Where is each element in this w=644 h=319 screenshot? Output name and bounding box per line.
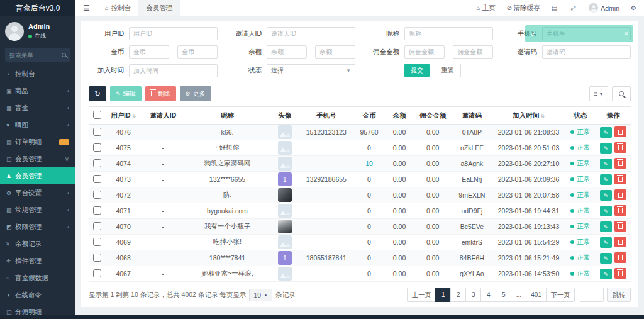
row-checkbox[interactable] <box>93 254 101 262</box>
row-edit-button[interactable]: ✎ <box>600 127 612 138</box>
row-delete-button[interactable] <box>614 221 626 232</box>
col-user-id[interactable]: 用户ID⇅ <box>105 107 142 125</box>
photos-icon: ♥ <box>6 122 15 128</box>
page-button-401[interactable]: 401 <box>526 288 546 302</box>
page-button-1[interactable]: 1 <box>435 288 450 302</box>
inviter-id-input[interactable] <box>267 27 355 40</box>
row-edit-button[interactable]: ✎ <box>600 206 612 216</box>
columns-icon: ≡ <box>594 91 598 98</box>
clear-cache-link[interactable]: ⊘清除缓存 <box>501 0 545 16</box>
page-button-5[interactable]: 5 <box>496 288 511 302</box>
hamburger-icon[interactable]: ☰ <box>75 4 97 13</box>
refresh-button[interactable]: ↻ <box>89 86 106 101</box>
search-toggle-button[interactable] <box>612 86 631 101</box>
select-all-checkbox[interactable] <box>93 111 101 119</box>
edit-button[interactable]: ✎编辑 <box>110 86 142 101</box>
sidebar-item-permissions[interactable]: ◩权限管理‹ <box>0 218 75 235</box>
sidebar-item-members-parent[interactable]: ◫会员管理∨ <box>0 150 75 167</box>
row-checkbox[interactable] <box>93 269 101 277</box>
row-delete-button[interactable] <box>614 189 626 200</box>
jump-page-input[interactable] <box>580 288 604 302</box>
sidebar-item-balance-log[interactable]: ¥余额记录 <box>0 235 75 252</box>
sidebar-item-blindbox[interactable]: ▦盲盒‹ <box>0 99 75 116</box>
fullscreen-button[interactable]: ⤢ <box>565 0 583 16</box>
row-checkbox[interactable] <box>93 191 101 199</box>
invite-code-input[interactable] <box>542 45 631 59</box>
prev-page-button[interactable]: 上一页 <box>407 288 435 302</box>
user-id-input[interactable] <box>129 27 218 40</box>
row-delete-button[interactable] <box>614 174 626 184</box>
sidebar-search[interactable] <box>5 48 70 62</box>
sidebar-item-orders[interactable]: ▤订单明细 <box>0 133 75 150</box>
page-button-2[interactable]: 2 <box>450 288 465 302</box>
nickname-input[interactable] <box>404 27 493 40</box>
row-checkbox[interactable] <box>93 206 101 215</box>
close-icon[interactable]: ✕ <box>624 30 629 37</box>
sidebar-search-input[interactable] <box>9 52 62 59</box>
balance-min-input[interactable] <box>267 45 307 59</box>
row-delete-button[interactable] <box>614 126 626 137</box>
members-icon: ◫ <box>6 156 15 162</box>
sidebar-item-fake-data[interactable]: ○盲盒假数据 <box>0 269 75 286</box>
docs-button[interactable]: ▤ <box>546 0 565 16</box>
sidebar-item-platform-settings[interactable]: ⚙平台设置‹ <box>0 184 75 201</box>
row-edit-button[interactable]: ✎ <box>600 253 612 264</box>
row-checkbox[interactable] <box>93 222 101 230</box>
home-link[interactable]: ⌂主页 <box>470 0 501 16</box>
columns-dropdown-button[interactable]: ≡▼ <box>589 86 608 101</box>
gold-max-input[interactable] <box>177 45 218 59</box>
tab-dashboard[interactable]: ⌂控制台 <box>97 0 139 16</box>
jump-button[interactable]: 跳转 <box>607 288 631 302</box>
submit-button[interactable]: 提交 <box>404 64 430 77</box>
gold-min-input[interactable] <box>129 45 169 59</box>
page-button-4[interactable]: 4 <box>480 288 496 302</box>
row-checkbox[interactable] <box>93 175 101 183</box>
trash-icon <box>618 177 623 182</box>
sidebar-item-photos[interactable]: ♥晒图‹ <box>0 116 75 133</box>
more-button[interactable]: ⚙更多 <box>180 86 211 101</box>
reset-button[interactable]: 重置 <box>435 64 461 77</box>
dashboard-icon: ◔ <box>6 71 15 77</box>
commission-min-input[interactable] <box>404 45 445 59</box>
sidebar-item-members[interactable]: ♟会员管理 <box>0 167 75 184</box>
row-delete-button[interactable] <box>614 237 626 247</box>
tab-members[interactable]: 会员管理 <box>138 0 180 16</box>
sidebar-item-online-commands[interactable]: ◑在线命令 <box>0 286 75 303</box>
row-delete-button[interactable] <box>614 205 626 216</box>
row-edit-button[interactable]: ✎ <box>600 237 612 248</box>
row-checkbox[interactable] <box>93 159 101 167</box>
status-select[interactable]: 选择▼ <box>267 64 355 77</box>
table-row: 4067-她和亚索~一样浪, 00.000.00qXYLAo2023-01-06… <box>89 266 631 282</box>
chevron-down-icon: ▼ <box>599 92 603 96</box>
row-delete-button[interactable] <box>614 252 626 263</box>
pencil-icon: ✎ <box>604 240 609 246</box>
next-page-button[interactable]: 下一页 <box>546 288 575 302</box>
row-delete-button[interactable] <box>614 142 626 153</box>
sidebar-item-plugins[interactable]: ✈插件管理 <box>0 252 75 269</box>
row-edit-button[interactable]: ✎ <box>600 159 612 169</box>
row-edit-button[interactable]: ✎ <box>600 174 612 185</box>
row-checkbox[interactable] <box>93 238 101 246</box>
row-delete-button[interactable] <box>614 158 626 169</box>
page-button-3[interactable]: 3 <box>465 288 480 302</box>
user-menu[interactable]: Admin <box>583 0 625 16</box>
row-edit-button[interactable]: ✎ <box>600 190 612 201</box>
balance-max-input[interactable] <box>315 45 355 59</box>
col-join-time[interactable]: 加入时间⇅ <box>492 107 565 125</box>
row-checkbox[interactable] <box>93 143 101 152</box>
sidebar-item-dashboard[interactable]: ◔控制台 <box>0 65 75 82</box>
pager: 上一页 1 2 3 4 5 ... 401 下一页 跳转 <box>407 288 631 302</box>
delete-button[interactable]: 删除 <box>145 86 176 101</box>
sidebar-item-products[interactable]: ▣商品‹ <box>0 82 75 99</box>
row-edit-button[interactable]: ✎ <box>600 221 612 232</box>
row-checkbox[interactable] <box>93 128 101 136</box>
row-edit-button[interactable]: ✎ <box>600 269 612 279</box>
settings-button[interactable]: ⚙ <box>625 0 644 16</box>
join-time-input[interactable] <box>129 64 218 77</box>
commission-max-input[interactable] <box>453 45 493 59</box>
row-delete-button[interactable] <box>614 268 626 279</box>
sidebar-menu: ◔控制台 ▣商品‹ ▦盲盒‹ ♥晒图‹ ▤订单明细 ◫会员管理∨ ♟会员管理 ⚙… <box>0 65 75 319</box>
page-size-select[interactable]: 10▲ <box>249 289 272 301</box>
sidebar-item-general[interactable]: ▧常规管理‹ <box>0 201 75 218</box>
row-edit-button[interactable]: ✎ <box>600 143 612 154</box>
